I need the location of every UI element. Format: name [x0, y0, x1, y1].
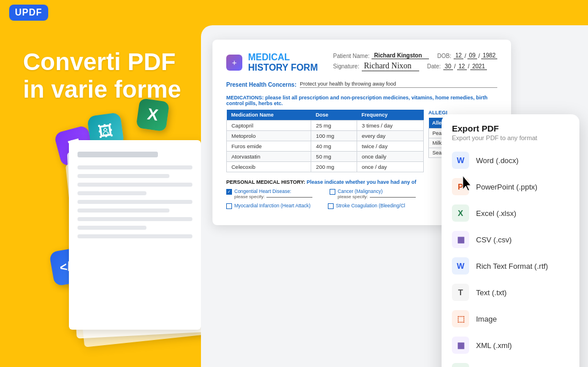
export-dropdown: Export PDF Export your PDF to any format… — [442, 114, 579, 367]
patient-name-value: Richard Kingston — [372, 52, 429, 59]
table-row: Atorvastatin50 mgonce daily — [227, 152, 424, 162]
date-year: 2021 — [470, 63, 486, 70]
rtf-icon: W — [452, 257, 469, 275]
top-bar: UPDF — [0, 0, 588, 25]
table-row: Celecoxib200 mgonce / day — [227, 162, 424, 172]
patient-name-label: Patient Name: — [333, 53, 369, 59]
image-icon: ⬚ — [452, 310, 469, 327]
signature-row: Signature: Richard Nixon Date: 30 / 12 /… — [333, 61, 497, 71]
table-row: Captopril25 mg3 times / day — [227, 121, 424, 131]
headline-line1: Converti PDF — [23, 48, 176, 75]
csv-label: CSV (.csv) — [476, 235, 512, 244]
form-icon: + — [226, 55, 242, 71]
txt-icon: T — [452, 284, 469, 301]
patient-info: Patient Name: Richard Kingston DOB: 12 /… — [333, 52, 497, 71]
checkbox-stroke-box — [328, 203, 334, 209]
export-item-image[interactable]: ⬚ Image — [442, 306, 579, 332]
updf-logo: UPDF — [9, 5, 48, 21]
word-icon: W — [452, 152, 469, 169]
date-label: Date: — [427, 63, 441, 69]
export-item-xml[interactable]: ▦ XML (.xml) — [442, 332, 579, 358]
signature-label: Signature: — [333, 63, 359, 69]
image-label: Image — [476, 315, 497, 323]
left-panel: Converti PDF in varie forme T 🖼 X P W </… — [0, 25, 201, 367]
date-month: 12 — [457, 63, 467, 70]
concern-value: Protect your health by throwing away foo… — [300, 81, 497, 88]
html-icon: ▦ — [452, 363, 469, 367]
table-row: Metoprolo100 mgevery day — [227, 131, 424, 141]
excel-label: Excel (.xlsx) — [476, 209, 516, 218]
dob-label: DOB: — [437, 53, 451, 59]
date-day: 30 — [443, 63, 453, 70]
table-row: Furos emide40 mgtwice / day — [227, 141, 424, 152]
signature-value: Richard Nixon — [362, 61, 419, 71]
export-item-rtf[interactable]: W Rich Text Format (.rtf) — [442, 253, 579, 279]
checkbox-heart-box — [226, 189, 232, 195]
health-concern: Present Health Concerns: Protect your he… — [226, 81, 497, 88]
personal-subtitle: Please indicate whether you have had any… — [307, 179, 416, 185]
xml-label: XML (.xml) — [476, 341, 512, 350]
export-item-excel[interactable]: X Excel (.xlsx) — [442, 200, 579, 226]
checkbox-stroke: Stroke Coagulation (Bleeding/Cl — [328, 203, 405, 209]
checkbox-myocardial: Myocardial Infarction (Heart Attack) — [226, 203, 311, 209]
patient-name-row: Patient Name: Richard Kingston DOB: 12 /… — [333, 52, 497, 59]
checkbox-heart: Congential Heart Disease: please specify… — [226, 188, 312, 199]
form-header: + MEDICAL HISTORY FORM Patient Name: Ric… — [226, 52, 497, 73]
export-item-csv[interactable]: ▦ CSV (.csv) — [442, 226, 579, 253]
headline-line2: in varie forme — [23, 76, 181, 103]
med-col-dose: Dose — [311, 110, 357, 121]
checkbox-cancer-box — [330, 189, 335, 195]
export-item-txt[interactable]: T Text (.txt) — [442, 279, 579, 306]
dob-month: 09 — [467, 52, 477, 59]
history-title: HISTORY FORM — [248, 63, 318, 73]
dob-year: 1982 — [481, 52, 497, 59]
x-icon: X — [136, 98, 170, 132]
checkbox-myocardial-box — [226, 203, 232, 209]
doc-stack — [69, 140, 218, 358]
checkbox-heart-content: Congential Heart Disease: please specify… — [234, 188, 312, 199]
export-title: Export PDF — [442, 123, 579, 134]
medications-header: MEDICATIONS: please list all prescriptio… — [226, 95, 497, 106]
med-col-name: Medication Name — [227, 110, 311, 121]
checkbox-cancer-content: Cancer (Malignancy) please specify: — [338, 188, 416, 199]
medications-table: Medication Name Dose Frequency Captopril… — [226, 110, 424, 172]
date-group: 30 / 12 / 2021 — [443, 63, 487, 70]
form-title-area: + MEDICAL HISTORY FORM — [226, 52, 318, 73]
txt-label: Text (.txt) — [476, 288, 506, 297]
concern-label: Present Health Concerns: — [226, 82, 296, 88]
xml-icon: ▦ — [452, 337, 469, 354]
med-col-freq: Frequency — [357, 110, 424, 121]
word-label: Word (.docx) — [476, 156, 519, 165]
pptx-label: PowerPoint (.pptx) — [476, 183, 537, 191]
dob-day: 12 — [454, 52, 463, 59]
headline: Converti PDF in varie forme — [23, 48, 181, 104]
export-subtitle: Export your PDF to any format — [442, 134, 579, 147]
excel-icon: X — [452, 204, 469, 222]
rtf-label: Rich Text Format (.rtf) — [476, 262, 548, 271]
medical-title: MEDICAL — [248, 52, 318, 63]
pptx-icon: P — [452, 178, 469, 195]
export-item-word[interactable]: W Word (.docx) — [442, 147, 579, 173]
export-item-pptx[interactable]: P PowerPoint (.pptx) — [442, 173, 579, 200]
export-items: W Word (.docx) P PowerPoint (.pptx) X Ex… — [442, 147, 579, 367]
export-item-html[interactable]: ▦ HTML (.htm) — [442, 358, 579, 367]
csv-icon: ▦ — [452, 231, 469, 248]
form-title-text: MEDICAL HISTORY FORM — [248, 52, 318, 73]
dob-group: 12 / 09 / 1982 — [454, 52, 497, 59]
doc-front — [69, 140, 201, 330]
main-area: + MEDICAL HISTORY FORM Patient Name: Ric… — [201, 25, 588, 367]
checkbox-cancer: Cancer (Malignancy) please specify: — [330, 188, 416, 199]
